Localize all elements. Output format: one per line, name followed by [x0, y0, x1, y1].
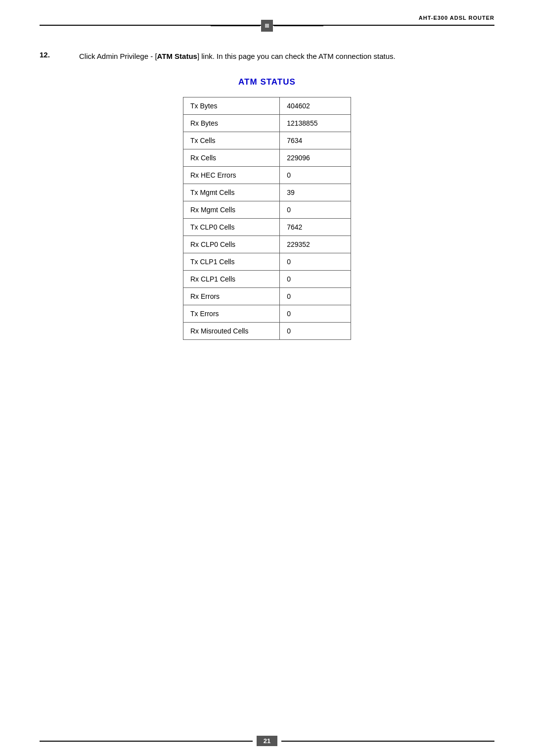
table-cell-value: 229352	[280, 236, 351, 253]
table-cell-value: 7642	[280, 219, 351, 236]
page-number-badge: 21	[257, 736, 277, 746]
table-cell-value: 0	[280, 288, 351, 305]
table-cell-value: 229096	[280, 149, 351, 167]
table-cell-label: Tx Cells	[183, 132, 280, 149]
table-row: Rx CLP0 Cells229352	[183, 236, 351, 253]
table-cell-label: Rx Errors	[183, 288, 280, 305]
instruction-block: 12. Click Admin Privilege - [ATM Status]…	[40, 50, 494, 62]
table-row: Rx Mgmt Cells0	[183, 201, 351, 219]
table-row: Tx Bytes404602	[183, 97, 351, 115]
atm-table-wrapper: Tx Bytes404602Rx Bytes12138855Tx Cells76…	[40, 97, 494, 340]
footer-line-left	[40, 741, 253, 742]
table-row: Rx Errors0	[183, 288, 351, 305]
table-row: Tx CLP0 Cells7642	[183, 219, 351, 236]
table-cell-value: 7634	[280, 132, 351, 149]
table-row: Rx Misrouted Cells0	[183, 323, 351, 340]
table-cell-value: 0	[280, 305, 351, 323]
table-cell-value: 0	[280, 167, 351, 184]
instruction-number: 12.	[40, 50, 64, 62]
instruction-text-before: Click Admin Privilege - [	[79, 52, 157, 60]
table-cell-label: Rx CLP1 Cells	[183, 271, 280, 288]
instruction-text-after: ] link. In this page you can check the A…	[197, 52, 396, 60]
table-row: Tx Cells7634	[183, 132, 351, 149]
brand-label: AHT-E300 ADSL ROUTER	[419, 15, 494, 21]
table-cell-label: Rx Bytes	[183, 115, 280, 132]
table-cell-value: 39	[280, 184, 351, 201]
table-cell-value: 404602	[280, 97, 351, 115]
atm-status-title: ATM STATUS	[40, 77, 494, 87]
table-cell-label: Tx CLP1 Cells	[183, 253, 280, 271]
table-row: Rx HEC Errors0	[183, 167, 351, 184]
page-container: AHT-E300 ADSL ROUTER 12. Click Admin Pri…	[0, 0, 534, 756]
table-cell-label: Rx Cells	[183, 149, 280, 167]
main-content: 12. Click Admin Privilege - [ATM Status]…	[40, 26, 494, 389]
page-header: AHT-E300 ADSL ROUTER	[40, 0, 494, 26]
footer-line-right	[281, 741, 494, 742]
instruction-text: Click Admin Privilege - [ATM Status] lin…	[79, 50, 396, 62]
atm-status-table: Tx Bytes404602Rx Bytes12138855Tx Cells76…	[183, 97, 351, 340]
table-cell-label: Tx Mgmt Cells	[183, 184, 280, 201]
table-cell-label: Tx CLP0 Cells	[183, 219, 280, 236]
table-cell-value: 0	[280, 253, 351, 271]
table-row: Rx CLP1 Cells0	[183, 271, 351, 288]
table-cell-value: 0	[280, 271, 351, 288]
table-cell-value: 0	[280, 323, 351, 340]
table-row: Tx CLP1 Cells0	[183, 253, 351, 271]
table-cell-label: Rx CLP0 Cells	[183, 236, 280, 253]
instruction-link-text: ATM Status	[157, 52, 197, 60]
table-row: Rx Cells229096	[183, 149, 351, 167]
table-row: Rx Bytes12138855	[183, 115, 351, 132]
table-row: Tx Mgmt Cells39	[183, 184, 351, 201]
table-cell-value: 0	[280, 201, 351, 219]
table-row: Tx Errors0	[183, 305, 351, 323]
table-cell-label: Rx HEC Errors	[183, 167, 280, 184]
table-cell-label: Tx Errors	[183, 305, 280, 323]
table-cell-value: 12138855	[280, 115, 351, 132]
table-cell-label: Rx Misrouted Cells	[183, 323, 280, 340]
page-footer: 21	[0, 736, 534, 756]
table-cell-label: Tx Bytes	[183, 97, 280, 115]
table-cell-label: Rx Mgmt Cells	[183, 201, 280, 219]
